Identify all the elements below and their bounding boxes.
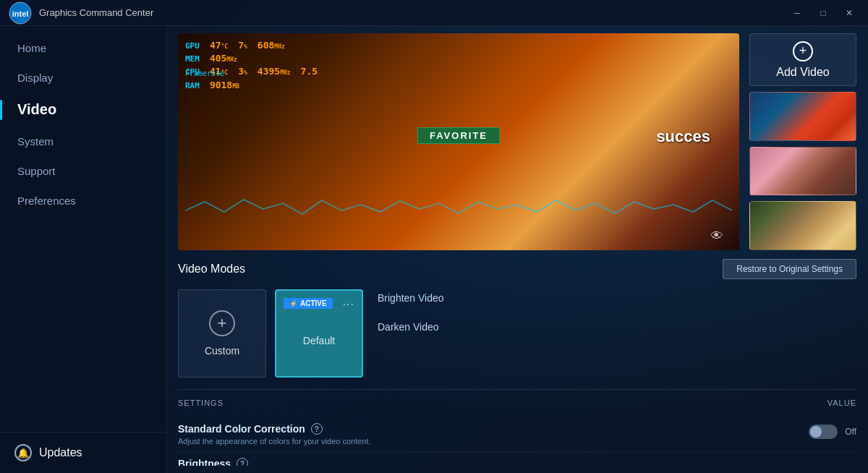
brightness-help-icon[interactable]: ? — [237, 458, 248, 466]
sidebar-item-home[interactable]: Home — [0, 33, 166, 63]
value-label: VALUE — [827, 399, 856, 407]
custom-label: Custom — [205, 345, 239, 357]
minimize-button[interactable]: ─ — [787, 6, 807, 20]
darken-video-option[interactable]: Darken Video — [378, 318, 444, 336]
sidebar-item-support[interactable]: Support — [0, 156, 166, 186]
video-background: GPU 47°C 7% 608MHz MEM 405MHz CPU — [178, 33, 739, 250]
app-title: Graphics Command Center — [39, 7, 153, 18]
standard-color-toggle[interactable] — [809, 425, 838, 439]
title-bar-logo: intel Graphics Command Center — [9, 1, 153, 25]
gpu-val2: 608MHz — [258, 39, 285, 52]
thumbnail-1[interactable] — [749, 92, 856, 141]
top-section: GPU 47°C 7% 608MHz MEM 405MHz CPU — [178, 33, 856, 250]
main-layout: Home Display Video System Support Prefer… — [0, 26, 868, 473]
eye-icon[interactable]: 👁 — [710, 229, 731, 243]
video-player[interactable]: GPU 47°C 7% 608MHz MEM 405MHz CPU — [178, 33, 739, 250]
brightness-row: Brightness ? — [178, 452, 856, 466]
thumbnails-panel: + Add Video — [749, 33, 856, 250]
settings-label: SETTINGS — [178, 399, 224, 407]
cpu-val2: 4395MHz — [258, 65, 291, 78]
close-button[interactable]: ✕ — [839, 6, 859, 20]
waveform — [185, 196, 732, 218]
brightness-title: Brightness ? — [178, 458, 856, 466]
mem-val: 405MHz — [210, 52, 237, 65]
video-modes-header: Video Modes Restore to Original Settings — [178, 259, 856, 279]
thumbnail-2[interactable] — [749, 147, 856, 196]
video-modes-title: Video Modes — [178, 263, 245, 276]
title-bar-controls: ─ □ ✕ — [787, 6, 859, 20]
standard-color-row: Standard Color Correction ? Adjust the a… — [178, 417, 856, 452]
title-bar: intel Graphics Command Center ─ □ ✕ — [0, 0, 868, 26]
custom-plus-icon: + — [209, 310, 235, 336]
ram-val: 9018MB — [210, 79, 239, 92]
modes-row: + Custom ACTIVE ··· Default — [178, 289, 856, 389]
settings-section: SETTINGS VALUE Standard Color Correction… — [178, 389, 856, 466]
restore-button[interactable]: Restore to Original Settings — [723, 259, 856, 279]
app-container: intel Graphics Command Center ─ □ ✕ Home… — [0, 0, 868, 473]
gpu-temp: 47°C — [210, 39, 228, 52]
active-badge: ACTIVE — [284, 298, 333, 309]
standard-color-value: Off — [809, 423, 856, 439]
settings-header: SETTINGS VALUE — [178, 399, 856, 407]
default-label: Default — [303, 335, 335, 346]
intel-logo-icon: intel — [9, 1, 32, 25]
framerate-badge: Framerate — [185, 69, 224, 77]
updates-button[interactable]: 🔔 Updates — [0, 432, 166, 473]
content-area: GPU 47°C 7% 608MHz MEM 405MHz CPU — [166, 26, 868, 473]
cpu-val3: 7.5 — [301, 65, 318, 78]
add-video-button[interactable]: + Add Video — [749, 33, 856, 86]
toggle-off-label: Off — [845, 427, 856, 437]
sidebar-item-preferences[interactable]: Preferences — [0, 186, 166, 216]
thumbnail-3[interactable] — [749, 201, 856, 250]
maximize-button[interactable]: □ — [813, 6, 833, 20]
sidebar-item-video[interactable]: Video — [0, 93, 166, 127]
mem-label: MEM — [185, 54, 200, 64]
sidebar-item-display[interactable]: Display — [0, 63, 166, 93]
sidebar-item-system[interactable]: System — [0, 127, 166, 156]
brightness-left: Brightness ? — [178, 458, 856, 466]
success-text: succes — [656, 127, 710, 146]
standard-color-title: Standard Color Correction ? — [178, 423, 809, 435]
updates-label: Updates — [39, 446, 82, 459]
bell-icon: 🔔 — [14, 444, 32, 461]
gpu-val1: 7% — [238, 39, 247, 52]
mode-card-custom[interactable]: + Custom — [178, 289, 266, 378]
standard-color-desc: Adjust the appearance of colors for your… — [178, 437, 809, 446]
brighten-video-option[interactable]: Brighten Video — [378, 289, 444, 307]
mode-cards: + Custom ACTIVE ··· Default — [178, 289, 363, 378]
standard-color-help-icon[interactable]: ? — [311, 423, 323, 435]
hud-overlay: GPU 47°C 7% 608MHz MEM 405MHz CPU — [178, 33, 739, 98]
more-options-icon[interactable]: ··· — [343, 298, 354, 311]
bottom-section: Video Modes Restore to Original Settings… — [178, 259, 856, 466]
sidebar: Home Display Video System Support Prefer… — [0, 26, 166, 473]
cpu-val1: 3% — [238, 65, 247, 78]
standard-color-left: Standard Color Correction ? Adjust the a… — [178, 423, 809, 446]
svg-text:intel: intel — [12, 9, 29, 18]
add-video-label: Add Video — [776, 66, 830, 79]
mode-options: Brighten Video Darken Video — [375, 289, 444, 336]
ram-label: RAM — [185, 80, 200, 91]
favorite-badge: FAVORITE — [417, 127, 500, 144]
gpu-label: GPU — [185, 41, 200, 51]
add-icon: + — [793, 41, 813, 61]
mode-card-default[interactable]: ACTIVE ··· Default — [275, 289, 363, 378]
